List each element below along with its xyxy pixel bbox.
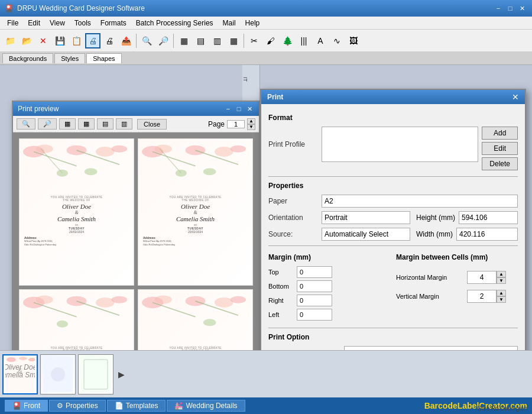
svg-text:Camelia Smith: Camelia Smith — [5, 371, 35, 379]
toolbar-print2[interactable]: 🖨 — [102, 33, 117, 48]
margin-left-input[interactable] — [297, 309, 332, 321]
menu-edit[interactable]: Edit — [23, 18, 45, 28]
toolbar-new[interactable]: 📁 — [2, 33, 18, 48]
toolbar-img[interactable]: 🖼 — [346, 33, 361, 48]
menu-file[interactable]: File — [2, 18, 23, 28]
printer-select[interactable]: Microsoft XPS Document Writer — [344, 346, 518, 350]
content-tab-bar: Backgrounds Styles Shapes — [0, 52, 532, 65]
view-grid-btn[interactable]: ▦ — [78, 118, 95, 130]
toolbar-view4[interactable]: ▦ — [226, 33, 241, 48]
page-input[interactable] — [227, 120, 245, 128]
toolbar-tree[interactable]: 🌲 — [280, 33, 295, 48]
toolbar-wave[interactable]: ∿ — [329, 33, 345, 48]
divider-2 — [268, 245, 518, 246]
zoom-in-btn[interactable]: 🔎 — [38, 118, 57, 130]
toolbar-save-as[interactable]: 📋 — [69, 33, 84, 48]
edit-profile-btn[interactable]: Edit — [482, 142, 518, 155]
h-margin-row: Horizontal Margin ▲ ▼ Vertical Margin — [396, 271, 518, 303]
status-tab-properties[interactable]: ⚙ Properties — [49, 400, 106, 412]
svg-point-1 — [36, 144, 53, 153]
menu-help[interactable]: Help — [241, 18, 265, 28]
preview-close-btn[interactable]: Close — [137, 119, 167, 130]
view-single-btn[interactable]: ▦ — [59, 118, 76, 130]
thumbnail-2[interactable] — [40, 354, 76, 394]
close-button[interactable]: ✕ — [517, 3, 527, 14]
dialog-close-btn[interactable]: ✕ — [512, 92, 519, 102]
h-margin-down[interactable]: ▼ — [497, 277, 506, 284]
tab-backgrounds[interactable]: Backgrounds — [2, 53, 53, 63]
horizontal-margin-row: Horizontal Margin ▲ ▼ — [396, 271, 518, 284]
toolbar-print[interactable]: 🖨 — [85, 33, 100, 48]
view-alt-btn[interactable]: ▤ — [97, 118, 113, 130]
svg-point-8 — [57, 170, 68, 177]
margin-top-input[interactable] — [297, 266, 332, 278]
window-controls: − □ ✕ — [493, 3, 527, 14]
toolbar-view1[interactable]: ▦ — [176, 33, 192, 48]
add-profile-btn[interactable]: Add — [482, 127, 518, 140]
menu-tools[interactable]: Tools — [70, 18, 96, 28]
menu-view[interactable]: View — [45, 18, 70, 28]
minimize-button[interactable]: − — [493, 3, 504, 14]
delete-profile-btn[interactable]: Delete — [482, 157, 518, 170]
maximize-button[interactable]: □ — [505, 3, 515, 14]
status-tab-front[interactable]: 🎴 Front — [5, 400, 48, 412]
preview-minimize[interactable]: − — [223, 104, 233, 114]
menu-formats[interactable]: Formats — [96, 18, 131, 28]
v-margin-spinner-btns: ▲ ▼ — [497, 290, 506, 303]
margin-bottom-input[interactable] — [297, 280, 332, 292]
zoom-out-btn[interactable]: 🔍 — [17, 118, 35, 130]
v-margin-down[interactable]: ▼ — [497, 296, 506, 303]
toolbar-zoom[interactable]: 🔍 — [139, 33, 154, 48]
margin-right-label: Right — [268, 297, 292, 304]
vertical-margin-input[interactable] — [467, 290, 497, 303]
print-profile-select[interactable]: Default.wdd — [322, 127, 478, 162]
preview-close[interactable]: ✕ — [245, 104, 254, 114]
preview-maximize[interactable]: □ — [234, 104, 244, 114]
height-input[interactable] — [459, 211, 518, 224]
menu-bar: File Edit View Tools Formats Batch Proce… — [0, 17, 532, 30]
svg-point-35 — [203, 319, 216, 326]
toolbar-view2[interactable]: ▤ — [193, 33, 208, 48]
toolbar-export[interactable]: 📤 — [118, 33, 134, 48]
toolbar-zoom2[interactable]: 🔎 — [155, 33, 171, 48]
card-date-1: 20/02/2024 — [69, 230, 84, 234]
toolbar-close[interactable]: ✕ — [35, 33, 51, 48]
thumb-1-content: Oliver Doe & Camelia Smith — [4, 355, 37, 393]
source-input[interactable] — [322, 228, 410, 241]
status-tab-wedding[interactable]: 💒 Wedding Details — [167, 400, 245, 412]
card-content-4: YOU ARE INVITED TO CELEBRATETHE WEDDING … — [138, 290, 252, 350]
tab-styles[interactable]: Styles — [54, 53, 85, 63]
thumbnail-1[interactable]: Oliver Doe & Camelia Smith — [2, 354, 38, 394]
page-up-btn[interactable]: ▲ — [247, 118, 255, 124]
orientation-input[interactable] — [322, 211, 410, 224]
horizontal-margin-input[interactable] — [467, 271, 497, 284]
tab-shapes[interactable]: Shapes — [86, 53, 121, 63]
margin-right-input[interactable] — [297, 295, 332, 306]
svg-point-31 — [215, 297, 233, 308]
orientation-label: Orientation — [268, 214, 322, 222]
menu-mail[interactable]: Mail — [218, 18, 241, 28]
scroll-right-btn[interactable]: ▶ — [116, 370, 127, 379]
toolbar-open[interactable]: 📂 — [19, 33, 34, 48]
paper-row: Paper — [268, 195, 518, 208]
status-tab-templates[interactable]: 📄 Templates — [107, 400, 166, 412]
toolbar-save[interactable]: 💾 — [52, 33, 67, 48]
view-alt2-btn[interactable]: ▥ — [116, 118, 132, 130]
toolbar-view3[interactable]: ▥ — [209, 33, 225, 48]
profile-label: Print Profile — [268, 140, 322, 148]
v-margin-up[interactable]: ▲ — [497, 290, 506, 296]
printer-label: Printer — [268, 349, 339, 350]
thumbnail-3[interactable] — [78, 354, 113, 394]
paper-input[interactable] — [322, 195, 518, 208]
card-addr-1: Wilma Pace Ap #676-5532,Odio Rd.Darlingt… — [22, 240, 131, 246]
width-input[interactable] — [456, 228, 518, 241]
toolbar-paint[interactable]: 🖌 — [263, 33, 278, 48]
menu-batch-processing[interactable]: Batch Processing Series — [131, 18, 218, 28]
preview-title-bar: Print preview − □ ✕ — [13, 102, 259, 116]
toolbar-barcode[interactable]: ||| — [296, 33, 312, 48]
page-down-btn[interactable]: ▼ — [247, 124, 255, 130]
h-margin-up[interactable]: ▲ — [497, 271, 506, 277]
card-amp-2: & — [193, 210, 197, 215]
toolbar-text[interactable]: A — [313, 33, 328, 48]
toolbar-edit-img[interactable]: ✂ — [246, 33, 262, 48]
